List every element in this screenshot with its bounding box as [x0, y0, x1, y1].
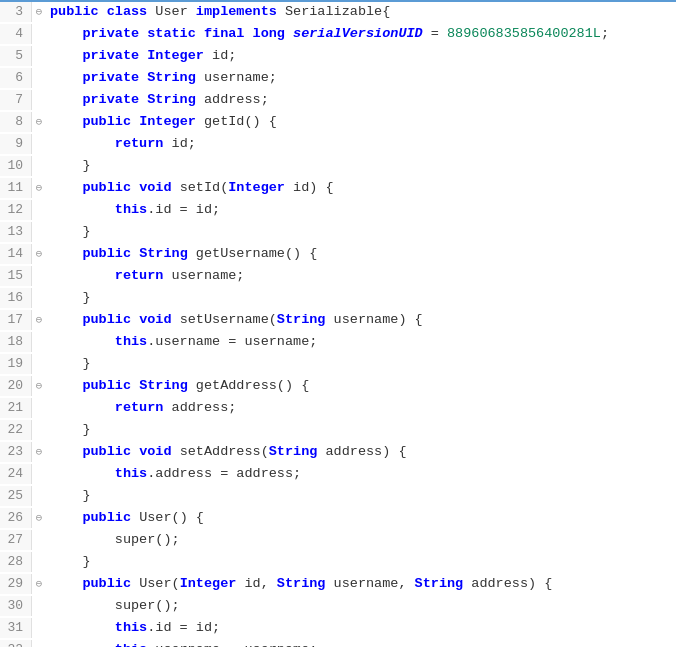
table-row: 13 }: [0, 222, 676, 244]
code-line: public User() {: [46, 508, 676, 529]
table-row: 16 }: [0, 288, 676, 310]
line-number: 14: [0, 244, 32, 264]
code-line: }: [46, 156, 676, 177]
line-number: 4: [0, 24, 32, 44]
code-line: }: [46, 486, 676, 507]
code-line: }: [46, 420, 676, 441]
line-number: 3: [0, 2, 32, 22]
code-line: super();: [46, 596, 676, 617]
line-number: 6: [0, 68, 32, 88]
collapse-button[interactable]: ⊖: [32, 576, 46, 593]
line-number: 32: [0, 640, 32, 647]
table-row: 25 }: [0, 486, 676, 508]
line-number: 8: [0, 112, 32, 132]
code-viewer: 3⊖public class User implements Serializa…: [0, 0, 676, 647]
code-line: }: [46, 288, 676, 309]
code-line: this.id = id;: [46, 618, 676, 639]
table-row: 10 }: [0, 156, 676, 178]
line-number: 13: [0, 222, 32, 242]
table-row: 22 }: [0, 420, 676, 442]
collapse-button[interactable]: ⊖: [32, 246, 46, 263]
line-number: 17: [0, 310, 32, 330]
table-row: 26⊖ public User() {: [0, 508, 676, 530]
line-number: 19: [0, 354, 32, 374]
code-line: }: [46, 354, 676, 375]
code-line: this.address = address;: [46, 464, 676, 485]
table-row: 19 }: [0, 354, 676, 376]
table-row: 30 super();: [0, 596, 676, 618]
code-line: public class User implements Serializabl…: [46, 2, 676, 23]
code-line: public User(Integer id, String username,…: [46, 574, 676, 595]
line-number: 29: [0, 574, 32, 594]
code-line: public void setId(Integer id) {: [46, 178, 676, 199]
table-row: 3⊖public class User implements Serializa…: [0, 2, 676, 24]
collapse-button[interactable]: ⊖: [32, 114, 46, 131]
line-number: 12: [0, 200, 32, 220]
line-number: 28: [0, 552, 32, 572]
table-row: 8⊖ public Integer getId() {: [0, 112, 676, 134]
collapse-button[interactable]: ⊖: [32, 4, 46, 21]
line-number: 16: [0, 288, 32, 308]
line-number: 9: [0, 134, 32, 154]
table-row: 32 this.username = username;: [0, 640, 676, 647]
line-number: 18: [0, 332, 32, 352]
table-row: 24 this.address = address;: [0, 464, 676, 486]
table-row: 5 private Integer id;: [0, 46, 676, 68]
code-line: public String getUsername() {: [46, 244, 676, 265]
line-number: 5: [0, 46, 32, 66]
table-row: 15 return username;: [0, 266, 676, 288]
table-row: 20⊖ public String getAddress() {: [0, 376, 676, 398]
code-line: public String getAddress() {: [46, 376, 676, 397]
line-number: 7: [0, 90, 32, 110]
line-number: 23: [0, 442, 32, 462]
table-row: 17⊖ public void setUsername(String usern…: [0, 310, 676, 332]
table-row: 12 this.id = id;: [0, 200, 676, 222]
table-row: 7 private String address;: [0, 90, 676, 112]
code-line: this.id = id;: [46, 200, 676, 221]
line-number: 20: [0, 376, 32, 396]
collapse-button[interactable]: ⊖: [32, 510, 46, 527]
line-number: 30: [0, 596, 32, 616]
table-row: 6 private String username;: [0, 68, 676, 90]
code-line: return id;: [46, 134, 676, 155]
code-line: }: [46, 222, 676, 243]
table-row: 11⊖ public void setId(Integer id) {: [0, 178, 676, 200]
code-line: super();: [46, 530, 676, 551]
code-line: private Integer id;: [46, 46, 676, 67]
code-line: this.username = username;: [46, 332, 676, 353]
table-row: 9 return id;: [0, 134, 676, 156]
table-row: 4 private static final long serialVersio…: [0, 24, 676, 46]
line-number: 24: [0, 464, 32, 484]
collapse-button[interactable]: ⊖: [32, 378, 46, 395]
code-line: private String address;: [46, 90, 676, 111]
code-line: public void setUsername(String username)…: [46, 310, 676, 331]
code-line: }: [46, 552, 676, 573]
line-number: 10: [0, 156, 32, 176]
code-line: private static final long serialVersionU…: [46, 24, 676, 45]
code-line: public Integer getId() {: [46, 112, 676, 133]
table-row: 23⊖ public void setAddress(String addres…: [0, 442, 676, 464]
table-row: 27 super();: [0, 530, 676, 552]
line-number: 25: [0, 486, 32, 506]
line-number: 27: [0, 530, 32, 550]
table-row: 14⊖ public String getUsername() {: [0, 244, 676, 266]
code-line: return address;: [46, 398, 676, 419]
line-number: 15: [0, 266, 32, 286]
code-line: public void setAddress(String address) {: [46, 442, 676, 463]
table-row: 21 return address;: [0, 398, 676, 420]
code-line: return username;: [46, 266, 676, 287]
table-row: 29⊖ public User(Integer id, String usern…: [0, 574, 676, 596]
line-number: 22: [0, 420, 32, 440]
collapse-button[interactable]: ⊖: [32, 180, 46, 197]
table-row: 28 }: [0, 552, 676, 574]
line-number: 31: [0, 618, 32, 638]
collapse-button[interactable]: ⊖: [32, 444, 46, 461]
table-row: 31 this.id = id;: [0, 618, 676, 640]
code-line: private String username;: [46, 68, 676, 89]
line-number: 21: [0, 398, 32, 418]
table-row: 18 this.username = username;: [0, 332, 676, 354]
collapse-button[interactable]: ⊖: [32, 312, 46, 329]
line-number: 11: [0, 178, 32, 198]
line-number: 26: [0, 508, 32, 528]
code-line: this.username = username;: [46, 640, 676, 647]
